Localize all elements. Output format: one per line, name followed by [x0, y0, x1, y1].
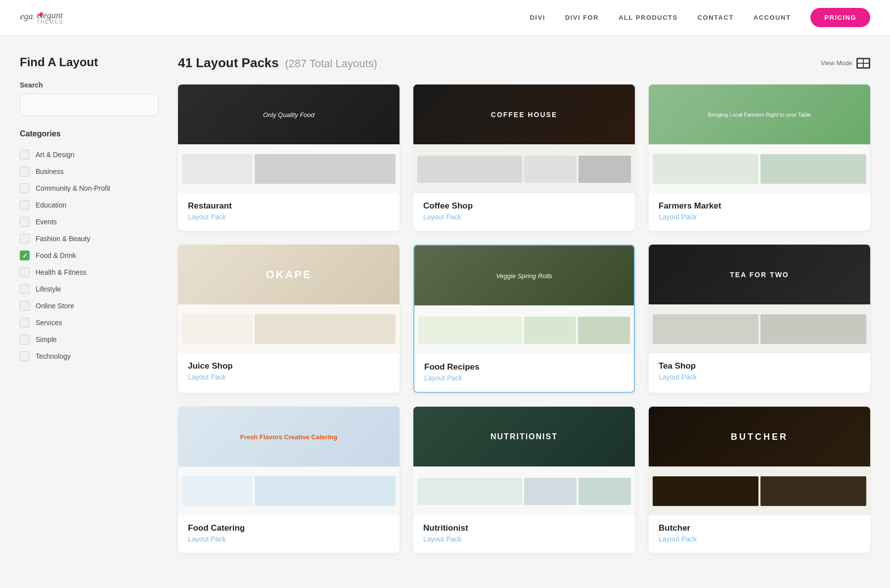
- card-image: [178, 245, 400, 353]
- card-name: Nutritionist: [423, 523, 625, 533]
- card-image-bottom: [178, 144, 400, 193]
- logo[interactable]: elegant elegant themes ✦: [20, 9, 45, 26]
- categories-list: Art & DesignBusinessCommunity & Non-Prof…: [20, 146, 158, 365]
- layout-card-juice-shop[interactable]: Juice ShopLayout Pack: [178, 245, 400, 393]
- category-checkbox[interactable]: [20, 234, 30, 244]
- category-label: Community & Non-Profit: [36, 184, 110, 193]
- main-nav: DIVI DIVI FOR ALL PRODUCTS CONTACT ACCOU…: [530, 8, 870, 27]
- category-label: Technology: [36, 352, 71, 361]
- category-item-events[interactable]: Events: [20, 213, 158, 230]
- category-checkbox[interactable]: [20, 183, 30, 193]
- card-name: Juice Shop: [188, 361, 390, 371]
- layout-card-coffee-shop[interactable]: Coffee ShopLayout Pack: [413, 84, 635, 231]
- category-item-art-&-design[interactable]: Art & Design: [20, 146, 158, 163]
- card-image-top: [649, 245, 870, 304]
- category-item-services[interactable]: Services: [20, 314, 158, 331]
- card-image-bottom: [178, 304, 400, 353]
- category-item-simple[interactable]: Simple: [20, 331, 158, 348]
- category-checkbox[interactable]: [20, 167, 30, 176]
- category-item-food-&-drink[interactable]: Food & Drink: [20, 247, 158, 264]
- category-label: Events: [36, 217, 57, 226]
- card-type: Layout Pack: [188, 373, 390, 381]
- content-title: 41 Layout Packs (287 Total Layouts): [178, 55, 377, 71]
- card-info: NutritionistLayout Pack: [413, 515, 635, 553]
- card-image-top: [413, 407, 635, 466]
- card-name: Tea Shop: [659, 361, 860, 371]
- card-image-bottom: [414, 305, 634, 354]
- layout-card-tea-shop[interactable]: Tea ShopLayout Pack: [649, 245, 870, 393]
- category-label: Education: [36, 201, 66, 210]
- card-name: Butcher: [659, 523, 860, 533]
- card-image-top: [414, 246, 634, 305]
- card-type: Layout Pack: [188, 213, 390, 221]
- nav-contact[interactable]: CONTACT: [698, 14, 734, 21]
- card-info: Tea ShopLayout Pack: [649, 353, 870, 391]
- categories-title: Categories: [20, 129, 158, 138]
- sidebar: Find A Layout Search Categories Art & De…: [20, 55, 158, 553]
- card-type: Layout Pack: [659, 213, 860, 221]
- layout-card-restaurant[interactable]: RestaurantLayout Pack: [178, 84, 400, 231]
- nav-divi[interactable]: DIVI: [530, 14, 545, 21]
- search-input[interactable]: [20, 94, 158, 116]
- layout-grid: RestaurantLayout PackCoffee ShopLayout P…: [178, 84, 870, 553]
- nav-all-products[interactable]: ALL PRODUCTS: [619, 14, 678, 21]
- layout-card-farmers-market[interactable]: Farmers MarketLayout Pack: [649, 84, 870, 231]
- category-item-fashion-&-beauty[interactable]: Fashion & Beauty: [20, 230, 158, 247]
- nav-account[interactable]: ACCOUNT: [754, 14, 791, 21]
- card-image-bottom: [649, 304, 870, 353]
- category-checkbox[interactable]: [20, 351, 30, 361]
- card-type: Layout Pack: [188, 535, 390, 543]
- category-checkbox[interactable]: [20, 284, 30, 294]
- view-mode-toggle[interactable]: View Mode: [821, 58, 870, 69]
- view-mode-label: View Mode: [821, 59, 852, 67]
- layout-card-nutritionist[interactable]: NutritionistLayout Pack: [413, 407, 635, 553]
- category-item-health-&-fitness[interactable]: Health & Fitness: [20, 264, 158, 281]
- category-item-business[interactable]: Business: [20, 163, 158, 180]
- category-checkbox[interactable]: [20, 251, 30, 260]
- pricing-button[interactable]: PRICING: [810, 8, 870, 27]
- category-checkbox[interactable]: [20, 200, 30, 210]
- card-info: Coffee ShopLayout Pack: [413, 193, 635, 231]
- card-image-top: [178, 84, 400, 144]
- card-type: Layout Pack: [423, 535, 625, 543]
- category-item-lifestyle[interactable]: Lifestyle: [20, 281, 158, 297]
- card-image: [649, 407, 870, 515]
- card-image: [413, 407, 635, 515]
- category-checkbox[interactable]: [20, 150, 30, 160]
- card-image-bottom: [413, 466, 635, 515]
- category-checkbox[interactable]: [20, 335, 30, 344]
- nav-divi-for[interactable]: DIVI FOR: [565, 14, 599, 21]
- category-label: Services: [36, 318, 62, 327]
- layout-card-food-recipes[interactable]: Food RecipesLayout Pack: [413, 245, 635, 393]
- card-type: Layout Pack: [423, 213, 625, 221]
- category-item-community-&-non-profit[interactable]: Community & Non-Profit: [20, 180, 158, 197]
- category-item-online-store[interactable]: Online Store: [20, 297, 158, 314]
- logo-star: ✦: [37, 9, 45, 21]
- card-image-top: [178, 245, 400, 304]
- layout-card-butcher[interactable]: ButcherLayout Pack: [649, 407, 870, 553]
- card-image: [178, 407, 400, 515]
- category-checkbox[interactable]: [20, 318, 30, 328]
- category-item-education[interactable]: Education: [20, 197, 158, 213]
- category-label: Fashion & Beauty: [36, 234, 90, 243]
- category-label: Art & Design: [36, 150, 75, 159]
- category-item-technology[interactable]: Technology: [20, 348, 158, 365]
- card-name: Farmers Market: [659, 201, 860, 211]
- category-label: Simple: [36, 335, 57, 344]
- category-checkbox[interactable]: [20, 301, 30, 311]
- main-content: Find A Layout Search Categories Art & De…: [0, 36, 890, 573]
- card-image-top: [649, 84, 870, 144]
- card-image-top: [413, 84, 635, 144]
- svg-text:elegant: elegant: [20, 11, 34, 21]
- card-name: Coffee Shop: [423, 201, 625, 211]
- card-image: [178, 84, 400, 193]
- category-checkbox[interactable]: [20, 267, 30, 277]
- category-label: Online Store: [36, 301, 74, 310]
- card-info: Food CateringLayout Pack: [178, 515, 400, 553]
- category-checkbox[interactable]: [20, 217, 30, 227]
- sidebar-title: Find A Layout: [20, 55, 158, 69]
- card-info: ButcherLayout Pack: [649, 515, 870, 553]
- layout-card-food-catering[interactable]: Food CateringLayout Pack: [178, 407, 400, 553]
- category-label: Health & Fitness: [36, 268, 87, 277]
- card-image-top: [178, 407, 400, 466]
